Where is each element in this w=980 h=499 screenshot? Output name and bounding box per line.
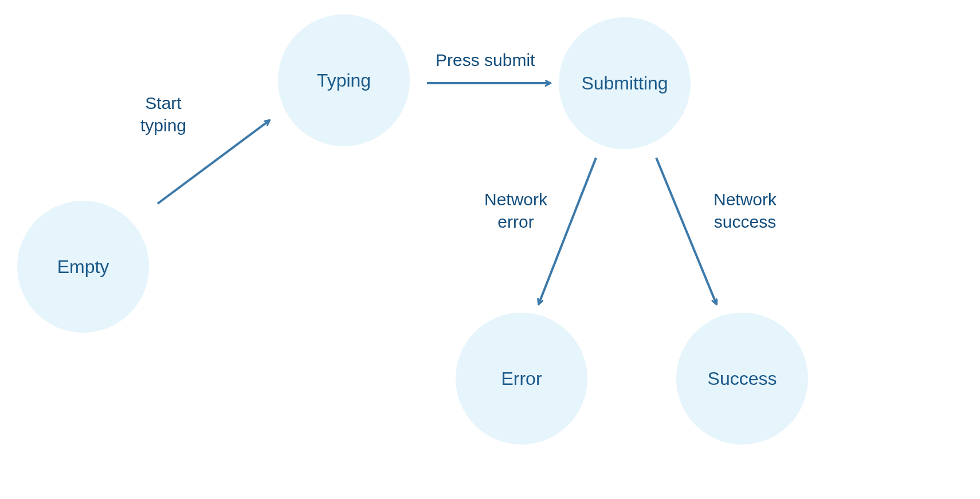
edge-label-network-success: Network success: [702, 188, 788, 233]
edge-label-line: Start: [123, 92, 203, 114]
state-node-success: Success: [676, 313, 808, 445]
edge-label-line: Network: [702, 188, 788, 210]
edge-label-press-submit: Press submit: [436, 49, 535, 71]
edge-label-line: typing: [123, 114, 203, 137]
state-label: Error: [501, 368, 542, 389]
edge-label-line: success: [702, 210, 788, 233]
edge-label-line: error: [473, 210, 559, 233]
state-label: Empty: [57, 256, 109, 278]
state-label: Submitting: [581, 73, 668, 94]
state-node-typing: Typing: [278, 14, 410, 146]
state-label: Typing: [317, 70, 371, 91]
state-node-empty: Empty: [17, 201, 149, 333]
state-label: Success: [708, 368, 777, 389]
edge-label-start-typing: Start typing: [123, 92, 203, 137]
edge-label-network-error: Network error: [473, 188, 559, 233]
edge-label-line: Network: [473, 188, 559, 210]
edge-label-text: Press submit: [436, 50, 535, 69]
state-node-submitting: Submitting: [559, 17, 691, 149]
state-node-error: Error: [456, 313, 587, 445]
